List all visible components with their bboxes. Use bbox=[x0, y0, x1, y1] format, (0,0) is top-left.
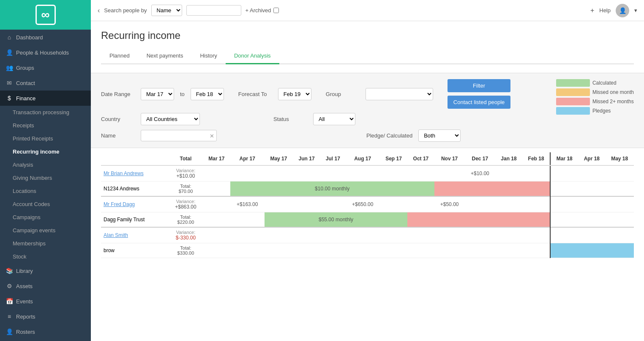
sidebar-sub-transaction-processing[interactable]: Transaction processing bbox=[0, 106, 91, 119]
sidebar-item-groups[interactable]: 👥 Groups bbox=[0, 60, 91, 75]
brow-blue-apr bbox=[578, 243, 605, 258]
sidebar-sub-receipts[interactable]: Receipts bbox=[0, 119, 91, 132]
entity-andrews: N1234 Andrews bbox=[101, 182, 169, 197]
sidebar-item-label: Rosters bbox=[16, 329, 35, 335]
user-avatar[interactable]: 👤 bbox=[616, 4, 629, 17]
filter-button[interactable]: Filter bbox=[448, 79, 510, 92]
back-button[interactable]: ‹ bbox=[98, 7, 100, 14]
sidebar-item-contact[interactable]: ✉ Contact bbox=[0, 75, 91, 91]
variance-label: Variance: bbox=[171, 168, 200, 173]
name-clear-icon[interactable]: ✕ bbox=[210, 132, 214, 139]
table-row: Alan Smith Variance: $-330.00 bbox=[101, 227, 634, 243]
assets-icon: ⚙ bbox=[6, 283, 13, 289]
col-apr17: Apr 17 bbox=[230, 152, 265, 165]
data-table-section: Total Mar 17 Apr 17 May 17 Jun 17 Jul 17… bbox=[101, 152, 634, 258]
total-label-brow: Total: bbox=[171, 245, 200, 250]
sidebar-item-label: Events bbox=[16, 298, 33, 305]
data-table: Total Mar 17 Apr 17 May 17 Jun 17 Jul 17… bbox=[101, 152, 634, 258]
name-input[interactable] bbox=[141, 130, 217, 141]
col-jun17: Jun 17 bbox=[293, 152, 320, 165]
cell-aug17-dagg: +$650.00 bbox=[346, 196, 380, 212]
forecast-select[interactable]: Feb 19 bbox=[278, 88, 311, 100]
date-to-select[interactable]: Feb 18 bbox=[191, 88, 224, 100]
search-by-select[interactable]: Name bbox=[151, 5, 182, 16]
person-link-andrews[interactable]: Mr Brian Andrews bbox=[104, 170, 144, 176]
total-label: Total: bbox=[171, 184, 200, 189]
andrews-red-jan bbox=[495, 182, 522, 197]
filter-row-2: Country All Countries Status All bbox=[101, 113, 634, 125]
brow-blue-mar bbox=[550, 243, 578, 258]
sidebar-sub-memberships[interactable]: Memberships bbox=[0, 237, 91, 250]
sidebar-item-library[interactable]: 📚 Library bbox=[0, 263, 91, 278]
group-select[interactable] bbox=[366, 88, 433, 100]
tab-planned[interactable]: Planned bbox=[101, 48, 138, 64]
tab-history[interactable]: History bbox=[191, 48, 225, 64]
sidebar-sub-analysis[interactable]: Analysis bbox=[0, 158, 91, 171]
calculated-label: Calculated bbox=[592, 80, 617, 86]
tab-bar: Planned Next payments History Donor Anal… bbox=[101, 48, 634, 64]
person-link-dagg[interactable]: Mr Fred Dagg bbox=[104, 201, 135, 207]
col-jul17: Jul 17 bbox=[320, 152, 346, 165]
archived-checkbox[interactable] bbox=[273, 8, 279, 13]
contact-icon: ✉ bbox=[6, 80, 13, 86]
help-button[interactable]: Help bbox=[599, 7, 611, 14]
col-sep17: Sep 17 bbox=[380, 152, 408, 165]
sidebar-item-assets[interactable]: ⚙ Assets bbox=[0, 278, 91, 294]
cell-apr17-dagg: +$163.00 bbox=[230, 196, 265, 212]
add-button[interactable]: + bbox=[590, 7, 594, 14]
sidebar-sub-giving-numbers[interactable]: Giving Numbers bbox=[0, 171, 91, 184]
sidebar-sub-locations[interactable]: Locations bbox=[0, 184, 91, 198]
missed-two-label: Missed 2+ months bbox=[592, 99, 634, 104]
search-input[interactable] bbox=[186, 5, 241, 16]
sidebar-sub-campaigns[interactable]: Campaigns bbox=[0, 211, 91, 224]
col-oct17: Oct 17 bbox=[407, 152, 434, 165]
sidebar-item-queues[interactable]: ☰ Queues bbox=[0, 339, 91, 341]
topbar: ‹ Search people by Name + Archived + Hel… bbox=[91, 0, 644, 21]
tab-next-payments[interactable]: Next payments bbox=[138, 48, 192, 64]
country-select[interactable]: All Countries bbox=[141, 113, 200, 125]
date-to-label: to bbox=[180, 91, 185, 97]
sidebar-item-dashboard[interactable]: ⌂ Dashboard bbox=[0, 30, 91, 45]
sidebar-item-events[interactable]: 📅 Events bbox=[0, 294, 91, 309]
sidebar-item-label: Contact bbox=[16, 80, 35, 86]
sidebar-sub-recurring-income[interactable]: Recurring income bbox=[0, 145, 91, 158]
col-may17: May 17 bbox=[265, 152, 293, 165]
sidebar-sub-account-codes[interactable]: Account Codes bbox=[0, 198, 91, 211]
col-feb18: Feb 18 bbox=[522, 152, 550, 165]
andrews-green: $10.00 monthly bbox=[230, 182, 434, 197]
main-area: ‹ Search people by Name + Archived + Hel… bbox=[91, 0, 644, 341]
user-chevron-icon: ▾ bbox=[634, 7, 637, 14]
page-title: Recurring income bbox=[101, 30, 634, 41]
legend-calculated: Calculated bbox=[556, 79, 634, 87]
dagg-green: $55.00 monthly bbox=[265, 212, 408, 228]
legend-pledges: Pledges bbox=[556, 107, 634, 115]
sidebar-item-finance[interactable]: $ Finance bbox=[0, 91, 91, 106]
sidebar-item-label: Assets bbox=[16, 283, 33, 289]
sidebar-sub-printed-receipts[interactable]: Printed Receipts bbox=[0, 132, 91, 145]
sidebar-item-reports[interactable]: ≡ Reports bbox=[0, 309, 91, 324]
sidebar-item-people[interactable]: 👤 People & Households bbox=[0, 45, 91, 60]
sidebar-sub-stock[interactable]: Stock bbox=[0, 250, 91, 263]
sidebar-item-label: Dashboard bbox=[16, 34, 43, 41]
pledge-label: Pledge/ Calculated bbox=[366, 132, 412, 139]
finance-icon: $ bbox=[6, 95, 13, 102]
date-from-select[interactable]: Mar 17 bbox=[141, 88, 174, 100]
dagg-red-feb bbox=[522, 212, 550, 228]
sidebar-item-label: Reports bbox=[16, 314, 35, 320]
person-link-smith[interactable]: Alan Smith bbox=[104, 232, 128, 238]
tab-donor-analysis[interactable]: Donor Analysis bbox=[226, 48, 279, 64]
col-dec17: Dec 17 bbox=[465, 152, 495, 165]
total-label-dagg: Total: bbox=[171, 214, 200, 220]
contact-listed-button[interactable]: Contact listed people bbox=[448, 96, 510, 109]
pledge-select[interactable]: Both bbox=[418, 129, 461, 142]
sidebar-sub-campaign-events[interactable]: Campaign events bbox=[0, 224, 91, 237]
status-select[interactable]: All bbox=[313, 113, 355, 125]
variance-value: +$10.00 bbox=[171, 173, 200, 179]
andrews-red-nov bbox=[434, 182, 465, 197]
sidebar-item-rosters[interactable]: 👤 Rosters bbox=[0, 324, 91, 339]
archived-toggle[interactable]: + Archived bbox=[246, 7, 279, 14]
total-value-dagg: $220.00 bbox=[171, 220, 200, 225]
group-label: Group bbox=[326, 91, 360, 97]
table-row: Dagg Family Trust Total: $220.00 $55.00 … bbox=[101, 212, 634, 228]
legend-missed-two: Missed 2+ months bbox=[556, 98, 634, 105]
